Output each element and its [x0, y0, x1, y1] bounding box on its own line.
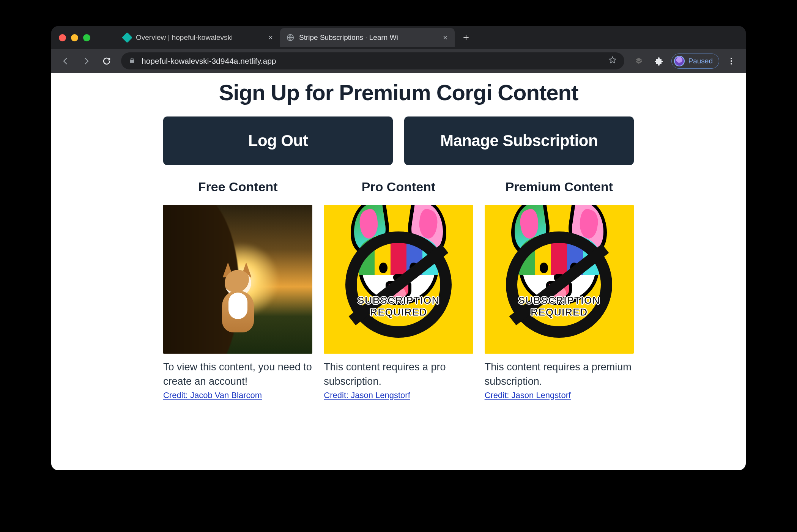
window-minimize-icon[interactable]: [71, 34, 78, 41]
svg-point-1: [731, 58, 732, 59]
bookmark-star-icon[interactable]: [608, 56, 617, 66]
locked-badge: SUBSCRIPTION REQUIRED: [334, 295, 463, 318]
netlify-icon: [123, 33, 131, 42]
locked-badge: SUBSCRIPTION REQUIRED: [495, 295, 624, 318]
prohibit-icon: [345, 231, 452, 338]
profile-chip[interactable]: Paused: [671, 54, 719, 69]
close-icon[interactable]: [267, 34, 274, 41]
lock-icon: [129, 57, 135, 66]
tab-title: Stripe Subscriptions · Learn Wi: [299, 33, 437, 42]
kebab-menu-button[interactable]: [723, 53, 740, 69]
card-free-content: Free Content To view this content, you n…: [163, 179, 312, 400]
credit-link[interactable]: Credit: Jason Lengstorf: [485, 390, 634, 400]
logout-button[interactable]: Log Out: [163, 116, 393, 165]
card-title: Pro Content: [324, 179, 473, 194]
profile-status: Paused: [688, 57, 713, 65]
tab-strip: Overview | hopeful-kowalevski Stripe Sub…: [51, 26, 746, 49]
globe-icon: [286, 33, 295, 42]
tab-stripe-subscriptions[interactable]: Stripe Subscriptions · Learn Wi: [280, 28, 455, 47]
window-close-icon[interactable]: [59, 34, 66, 41]
card-title: Free Content: [163, 179, 312, 194]
tab-overview[interactable]: Overview | hopeful-kowalevski: [117, 28, 280, 47]
svg-point-2: [731, 60, 732, 62]
card-pro-content: Pro Content SUB: [324, 179, 473, 400]
tab-title: Overview | hopeful-kowalevski: [136, 33, 263, 42]
content-image-locked: SUBSCRIPTION REQUIRED: [324, 205, 473, 354]
credit-link[interactable]: Credit: Jacob Van Blarcom: [163, 390, 312, 400]
forward-button[interactable]: [78, 53, 95, 69]
avatar-icon: [674, 56, 685, 66]
page-title: Sign Up for Premium Corgi Content: [163, 80, 634, 105]
extension-icon[interactable]: [630, 53, 647, 69]
toolbar: hopeful-kowalevski-3d944a.netlify.app Pa…: [51, 49, 746, 73]
extensions-button[interactable]: [651, 53, 668, 69]
content-image: [163, 205, 312, 354]
card-title: Premium Content: [485, 179, 634, 194]
card-caption: To view this content, you need to create…: [163, 360, 312, 389]
content-cards: Free Content To view this content, you n…: [163, 179, 634, 400]
page-content: Sign Up for Premium Corgi Content Log Ou…: [163, 73, 634, 400]
url-text: hopeful-kowalevski-3d944a.netlify.app: [142, 57, 602, 66]
reload-button[interactable]: [98, 53, 115, 69]
browser-window: Overview | hopeful-kowalevski Stripe Sub…: [51, 26, 746, 470]
action-buttons: Log Out Manage Subscription: [163, 116, 634, 165]
window-zoom-icon[interactable]: [83, 34, 90, 41]
page-viewport: Sign Up for Premium Corgi Content Log Ou…: [51, 73, 746, 470]
manage-subscription-button[interactable]: Manage Subscription: [404, 116, 634, 165]
content-image-locked: SUBSCRIPTION REQUIRED: [485, 205, 634, 354]
window-controls: [59, 34, 90, 41]
card-caption: This content requires a pro subscription…: [324, 360, 473, 389]
card-premium-content: Premium Content: [485, 179, 634, 400]
card-caption: This content requires a premium subscrip…: [485, 360, 634, 389]
new-tab-button[interactable]: [458, 34, 474, 41]
close-icon[interactable]: [442, 34, 449, 41]
address-bar[interactable]: hopeful-kowalevski-3d944a.netlify.app: [121, 52, 624, 69]
credit-link[interactable]: Credit: Jason Lengstorf: [324, 390, 473, 400]
prohibit-icon: [506, 231, 612, 338]
svg-point-3: [731, 63, 732, 65]
back-button[interactable]: [57, 53, 74, 69]
